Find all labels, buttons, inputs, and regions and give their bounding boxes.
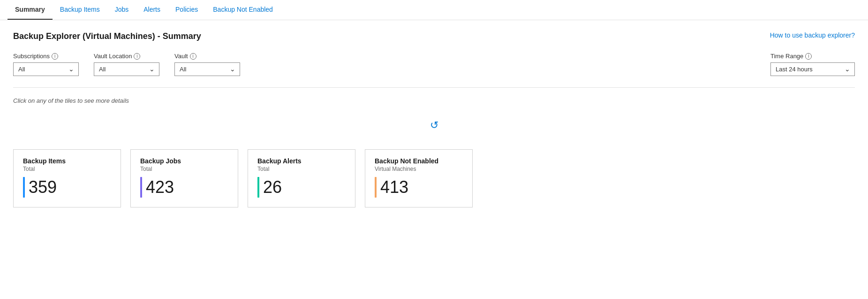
filter-divider <box>13 87 855 88</box>
tile-backup-jobs-subtitle: Total <box>140 166 228 172</box>
tile-backup-jobs-value: 423 <box>146 179 174 196</box>
subscriptions-select[interactable]: All <box>13 62 79 76</box>
vault-filter: Vault i All <box>174 53 240 76</box>
tile-backup-not-enabled-bar <box>375 177 377 198</box>
refresh-area: ↺ <box>13 119 855 138</box>
subscriptions-filter: Subscriptions i All <box>13 53 79 76</box>
tile-backup-jobs-value-row: 423 <box>140 177 228 198</box>
hint-text: Click on any of the tiles to see more de… <box>13 97 855 104</box>
vault-select[interactable]: All <box>174 62 240 76</box>
time-range-select-wrapper: Last 24 hours Last 7 days Last 30 days <box>770 62 855 76</box>
vault-location-select[interactable]: All <box>94 62 159 76</box>
page-header: Backup Explorer (Virtual Machines) - Sum… <box>13 31 855 41</box>
tile-backup-items-bar <box>23 177 25 198</box>
tile-backup-not-enabled[interactable]: Backup Not Enabled Virtual Machines 413 <box>365 149 473 207</box>
tiles-container: Backup Items Total 359 Backup Jobs Total… <box>13 149 855 207</box>
subscriptions-info-icon: i <box>52 53 58 60</box>
tab-jobs[interactable]: Jobs <box>107 0 136 20</box>
tab-backup-items[interactable]: Backup Items <box>53 0 107 20</box>
time-range-label: Time Range i <box>770 53 855 60</box>
tile-backup-items-subtitle: Total <box>23 166 111 172</box>
tile-backup-jobs[interactable]: Backup Jobs Total 423 <box>130 149 238 207</box>
tile-backup-not-enabled-value-row: 413 <box>375 177 463 198</box>
tab-summary[interactable]: Summary <box>8 0 53 20</box>
tile-backup-items-value: 359 <box>29 179 57 196</box>
vault-select-wrapper: All <box>174 62 240 76</box>
tab-backup-not-enabled[interactable]: Backup Not Enabled <box>205 0 280 20</box>
tile-backup-jobs-title: Backup Jobs <box>140 157 228 165</box>
vault-location-select-wrapper: All <box>94 62 159 76</box>
subscriptions-select-wrapper: All <box>13 62 79 76</box>
time-range-select[interactable]: Last 24 hours Last 7 days Last 30 days <box>770 62 855 76</box>
vault-label: Vault i <box>174 53 240 60</box>
tile-backup-items[interactable]: Backup Items Total 359 <box>13 149 121 207</box>
tab-policies[interactable]: Policies <box>168 0 205 20</box>
help-link[interactable]: How to use backup explorer? <box>770 31 855 39</box>
vault-location-info-icon: i <box>134 53 140 60</box>
tab-bar: Summary Backup Items Jobs Alerts Policie… <box>0 0 868 20</box>
vault-location-filter: Vault Location i All <box>94 53 159 76</box>
tile-backup-not-enabled-title: Backup Not Enabled <box>375 157 463 165</box>
time-range-info-icon: i <box>805 53 812 60</box>
vault-location-label: Vault Location i <box>94 53 159 60</box>
tab-alerts[interactable]: Alerts <box>136 0 168 20</box>
main-content: Backup Explorer (Virtual Machines) - Sum… <box>0 20 868 219</box>
page-title: Backup Explorer (Virtual Machines) - Sum… <box>13 31 201 41</box>
filters-row: Subscriptions i All Vault Location i All <box>13 53 855 76</box>
tile-backup-alerts-value-row: 26 <box>257 177 346 198</box>
subscriptions-label: Subscriptions i <box>13 53 79 60</box>
tile-backup-alerts-value: 26 <box>263 179 282 196</box>
tile-backup-items-title: Backup Items <box>23 157 111 165</box>
tile-backup-jobs-bar <box>140 177 142 198</box>
tile-backup-not-enabled-subtitle: Virtual Machines <box>375 166 463 172</box>
tile-backup-alerts-subtitle: Total <box>257 166 346 172</box>
tile-backup-alerts-bar <box>257 177 259 198</box>
tile-backup-items-value-row: 359 <box>23 177 111 198</box>
refresh-icon[interactable]: ↺ <box>430 119 438 138</box>
tile-backup-not-enabled-value: 413 <box>380 179 408 196</box>
tile-backup-alerts-title: Backup Alerts <box>257 157 346 165</box>
tile-backup-alerts[interactable]: Backup Alerts Total 26 <box>248 149 355 207</box>
time-range-filter: Time Range i Last 24 hours Last 7 days L… <box>770 53 855 76</box>
vault-info-icon: i <box>190 53 196 60</box>
